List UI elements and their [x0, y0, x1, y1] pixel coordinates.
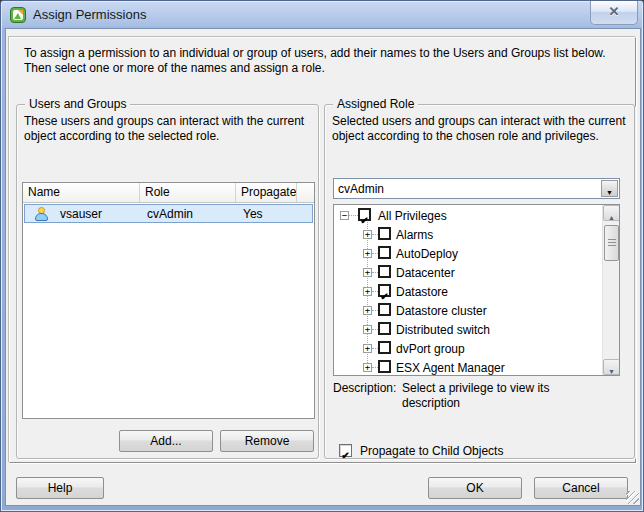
tree-item-alarms[interactable]: +Alarms [334, 225, 600, 244]
privilege-label[interactable]: Datastore cluster [396, 304, 487, 318]
tree-scrollbar[interactable]: ▲ ▼ [602, 205, 619, 375]
propagate-checkbox[interactable]: ✔ [339, 444, 352, 457]
cell-name: vsauser [60, 207, 102, 221]
users-and-groups-groupbox: Users and Groups These users and groups … [16, 104, 319, 459]
expand-icon[interactable]: + [363, 325, 372, 334]
privilege-checkbox[interactable] [378, 322, 391, 335]
privilege-label[interactable]: dvPort group [396, 342, 465, 356]
check-icon: ✔ [341, 450, 349, 461]
tree-item-dvport-group[interactable]: +dvPort group [334, 339, 600, 358]
ok-button[interactable]: OK [428, 477, 522, 499]
instructions-text: To assign a permission to an individual … [24, 46, 624, 76]
table-row[interactable]: vsausercvAdminYes [24, 204, 313, 223]
scroll-up-button[interactable]: ▲ [603, 205, 620, 221]
users-list-rows: vsausercvAdminYes [23, 204, 314, 223]
users-and-groups-title: Users and Groups [25, 97, 130, 111]
user-icon [35, 207, 48, 221]
tree-item-esx-agent-manager[interactable]: +ESX Agent Manager [334, 358, 600, 376]
cell-propagate: Yes [243, 207, 263, 221]
privileges-tree[interactable]: −✔All Privileges+Alarms+AutoDeploy+Datac… [333, 204, 620, 376]
main-panel: To assign a permission to an individual … [9, 37, 636, 463]
add-button[interactable]: Add... [119, 430, 213, 452]
scroll-down-icon: ▼ [608, 368, 615, 375]
chevron-down-icon: ▼ [606, 189, 613, 196]
assigned-role-description: Selected users and groups can interact w… [332, 114, 630, 144]
collapse-icon[interactable]: − [340, 211, 349, 220]
assigned-role-groupbox: Assigned Role Selected users and groups … [324, 104, 635, 459]
privilege-checkbox[interactable] [378, 303, 391, 316]
expand-icon[interactable]: + [363, 306, 372, 315]
privilege-label[interactable]: ESX Agent Manager [396, 361, 505, 375]
role-dropdown-button[interactable]: ▼ [601, 180, 618, 197]
tree-connector [349, 215, 358, 216]
expand-icon[interactable]: + [363, 249, 372, 258]
privilege-label[interactable]: All Privileges [378, 209, 447, 223]
assigned-role-title: Assigned Role [333, 97, 418, 111]
column-header-role[interactable]: Role [140, 183, 236, 202]
privilege-label[interactable]: Datastore [396, 285, 448, 299]
privilege-checkbox[interactable] [378, 246, 391, 259]
privilege-label[interactable]: Distributed switch [396, 323, 490, 337]
titlebar[interactable]: Assign Permissions ✕ [1, 1, 643, 28]
tree-item-distributed-switch[interactable]: +Distributed switch [334, 320, 600, 339]
privilege-label[interactable]: AutoDeploy [396, 247, 458, 261]
close-button[interactable]: ✕ [590, 1, 638, 25]
privilege-label[interactable]: Alarms [396, 228, 433, 242]
tree-item-datacenter[interactable]: +Datacenter [334, 263, 600, 282]
resize-grip[interactable] [626, 491, 639, 504]
privilege-checkbox[interactable] [378, 265, 391, 278]
privileges-tree-rows: −✔All Privileges+Alarms+AutoDeploy+Datac… [334, 206, 600, 376]
cancel-button[interactable]: Cancel [534, 477, 628, 499]
tree-item-all-privileges[interactable]: −✔All Privileges [334, 206, 600, 225]
role-dropdown-value: cvAdmin [338, 182, 384, 196]
vsphere-icon [10, 7, 26, 23]
expand-icon[interactable]: + [363, 268, 372, 277]
users-list[interactable]: NameRolePropagate vsausercvAdminYes [22, 182, 315, 419]
privilege-checkbox[interactable] [378, 360, 391, 373]
remove-button[interactable]: Remove [220, 430, 314, 452]
role-dropdown[interactable]: cvAdmin ▼ [333, 178, 620, 199]
description-value: Select a privilege to view its descripti… [402, 381, 582, 411]
description-label: Description: [333, 381, 396, 395]
expand-icon[interactable]: + [363, 230, 372, 239]
column-header-spacer[interactable] [297, 183, 314, 202]
tree-item-datastore-cluster[interactable]: +Datastore cluster [334, 301, 600, 320]
privilege-checkbox[interactable] [378, 227, 391, 240]
privilege-checkbox[interactable]: ✔ [378, 284, 391, 297]
scroll-up-icon: ▲ [608, 214, 615, 221]
tree-item-autodeploy[interactable]: +AutoDeploy [334, 244, 600, 263]
scrollbar-thumb[interactable] [604, 225, 619, 261]
privilege-label[interactable]: Datacenter [396, 266, 455, 280]
column-header-name[interactable]: Name [23, 183, 140, 202]
close-icon: ✕ [609, 4, 620, 19]
tree-item-datastore[interactable]: +✔Datastore [334, 282, 600, 301]
column-header-propagate[interactable]: Propagate [236, 183, 297, 202]
assign-permissions-dialog: Assign Permissions ✕ To assign a permiss… [0, 0, 644, 512]
cell-role: cvAdmin [147, 207, 193, 221]
privilege-checkbox[interactable]: ✔ [358, 208, 371, 221]
users-list-header: NameRolePropagate [23, 183, 314, 203]
window-title: Assign Permissions [33, 7, 146, 22]
help-button[interactable]: Help [16, 477, 104, 499]
propagate-checkbox-label: Propagate to Child Objects [360, 444, 503, 458]
scroll-down-button[interactable]: ▼ [603, 359, 620, 375]
expand-icon[interactable]: + [363, 344, 372, 353]
expand-icon[interactable]: + [363, 363, 372, 372]
dialog-content: To assign a permission to an individual … [5, 28, 641, 506]
expand-icon[interactable]: + [363, 287, 372, 296]
users-and-groups-description: These users and groups can interact with… [24, 114, 316, 144]
privilege-checkbox[interactable] [378, 341, 391, 354]
